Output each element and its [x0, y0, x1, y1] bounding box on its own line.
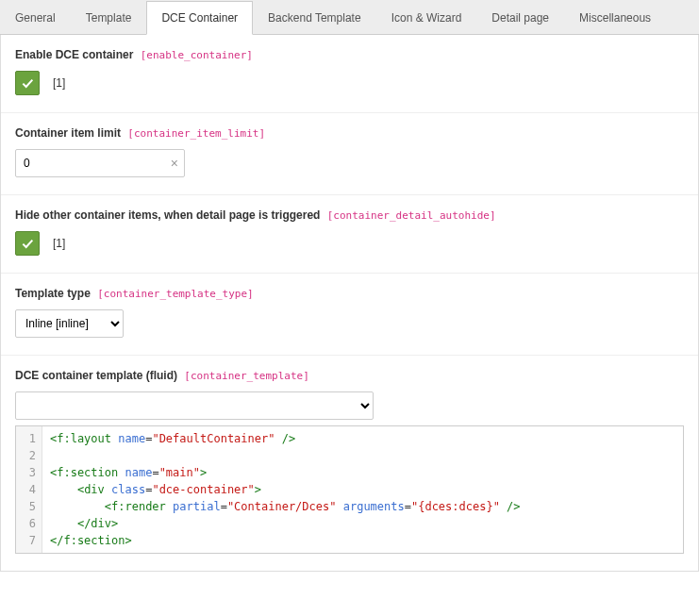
container-template-select[interactable] — [15, 391, 374, 420]
tab-general[interactable]: General — [0, 1, 71, 35]
check-icon — [20, 236, 35, 251]
item-limit-fieldname: [container_item_limit] — [127, 127, 265, 140]
tab-bar: General Template DCE Container Backend T… — [0, 0, 699, 35]
detail-autohide-value: [1] — [53, 237, 65, 250]
tab-panel: Enable DCE container [enable_container] … — [0, 35, 699, 572]
tab-icon-wizard[interactable]: Icon & Wizard — [376, 1, 477, 35]
tab-miscellaneous[interactable]: Miscellaneous — [564, 1, 666, 35]
detail-autohide-label: Hide other container items, when detail … — [15, 208, 320, 222]
enable-container-label: Enable DCE container — [15, 48, 133, 61]
section-detail-autohide: Hide other container items, when detail … — [1, 195, 698, 274]
enable-container-value: [1] — [53, 76, 65, 90]
enable-container-checkbox[interactable] — [15, 71, 40, 95]
template-type-select[interactable]: Inline [inline] — [15, 309, 124, 338]
template-type-fieldname: [container_template_type] — [97, 288, 254, 300]
tab-dce-container[interactable]: DCE Container — [146, 1, 253, 35]
enable-container-fieldname: [enable_container] — [141, 49, 253, 61]
editor-gutter: 1 2 3 4 5 6 7 — [16, 426, 42, 553]
editor-content[interactable]: <f:layout name="DefaultContainer" /> <f:… — [42, 426, 683, 553]
clear-icon[interactable]: × — [171, 156, 178, 171]
code-editor[interactable]: 1 2 3 4 5 6 7 <f:layout name="DefaultCon… — [15, 425, 684, 554]
check-icon — [20, 75, 35, 91]
detail-autohide-checkbox[interactable] — [15, 231, 40, 256]
section-enable-container: Enable DCE container [enable_container] … — [1, 35, 698, 113]
section-template-type: Template type [container_template_type] … — [1, 274, 698, 356]
template-type-label: Template type — [15, 287, 91, 300]
tab-template[interactable]: Template — [71, 1, 147, 35]
item-limit-input[interactable] — [15, 149, 185, 177]
container-template-fieldname: [container_template] — [184, 370, 308, 382]
section-item-limit: Container item limit [container_item_lim… — [1, 113, 698, 195]
tab-detail-page[interactable]: Detail page — [476, 1, 564, 35]
detail-autohide-fieldname: [container_detail_autohide] — [327, 209, 496, 222]
container-template-label: DCE container template (fluid) — [15, 369, 177, 382]
item-limit-label: Container item limit — [15, 126, 121, 140]
section-container-template: DCE container template (fluid) [containe… — [1, 356, 698, 571]
tab-backend-template[interactable]: Backend Template — [253, 1, 376, 35]
